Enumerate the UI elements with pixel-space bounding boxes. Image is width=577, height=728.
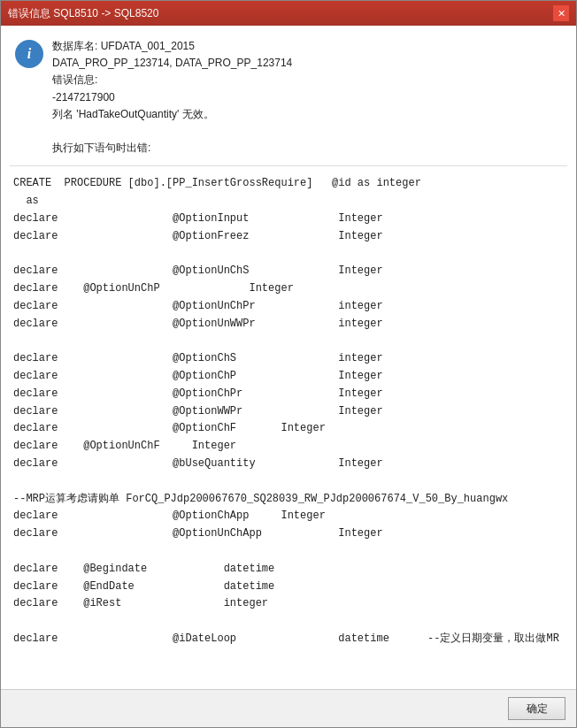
close-button[interactable]: ✕	[553, 5, 569, 21]
error-msg: 列名 'HadTakeOutQuantity' 无效。	[52, 106, 292, 123]
title-text: 错误信息 SQL8510 -> SQL8520	[8, 6, 158, 21]
title-bar: 错误信息 SQL8510 -> SQL8520 ✕	[1, 1, 576, 26]
footer: 确定	[1, 689, 576, 727]
title-controls: ✕	[553, 5, 569, 21]
code-block: CREATE PROCEDURE [dbo].[PP_InsertGrossRe…	[1, 166, 576, 689]
error-dialog: 错误信息 SQL8510 -> SQL8520 ✕ i 数据库名: UFDATA…	[0, 0, 577, 728]
info-text-block: 数据库名: UFDATA_001_2015 DATA_PRO_PP_123714…	[52, 38, 292, 157]
error-label: 错误信息:	[52, 72, 292, 88]
exec-hint: 执行如下语句时出错:	[52, 140, 292, 157]
info-icon: i	[15, 40, 43, 68]
content-area: i 数据库名: UFDATA_001_2015 DATA_PRO_PP_1237…	[1, 26, 576, 727]
db-label: 数据库名: UFDATA_001_2015	[52, 38, 292, 55]
proc-name: DATA_PRO_PP_123714, DATA_PRO_PP_123714	[52, 55, 292, 72]
error-code: -2147217900	[52, 89, 292, 106]
ok-button[interactable]: 确定	[508, 697, 565, 720]
info-section: i 数据库名: UFDATA_001_2015 DATA_PRO_PP_1237…	[1, 26, 576, 165]
